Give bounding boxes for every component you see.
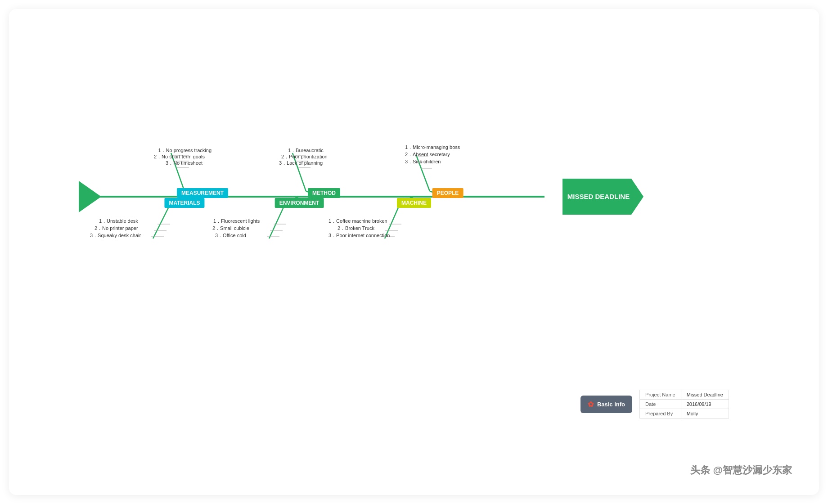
people-item-3: 3．Sick children: [405, 158, 441, 165]
project-name-row: Project Name Missed Deadline: [640, 390, 729, 400]
measurement-label: MEASUREMENT: [177, 188, 228, 198]
measurement-item-2: 2．No short term goals: [154, 153, 205, 160]
prepared-by-value: Molly: [681, 409, 729, 418]
materials-label: MATERIALS: [164, 198, 204, 208]
machine-label: MACHINE: [397, 198, 431, 208]
info-icon: ✿: [588, 400, 594, 409]
fish-head: MISSED DEADLINE: [562, 179, 644, 215]
fishbone-diagram: MISSED DEADLINE MEASUREMENT METHOD PEOPL…: [9, 9, 819, 495]
diagram-lines: [9, 9, 819, 495]
environment-item-3: 3．Office cold: [215, 232, 246, 239]
environment-item-2: 2．Small cubicle: [212, 225, 249, 232]
materials-item-1: 1．Unstable desk: [99, 218, 138, 225]
basic-info-label: Basic Info: [597, 401, 625, 408]
basic-info-box[interactable]: ✿ Basic Info: [580, 396, 632, 413]
project-name-value: Missed Deadline: [681, 390, 729, 400]
diagram-title: MISSED DEADLINE: [567, 192, 639, 201]
machine-item-1: 1．Coffee machine broken: [328, 218, 387, 225]
method-item-2: 2．Poor prioritization: [281, 153, 328, 160]
measurement-item-3: 3．No timesheet: [166, 160, 202, 166]
materials-item-2: 2．No printer paper: [94, 225, 138, 232]
method-item-1: 1．Bureaucratic: [288, 147, 324, 154]
info-table: Project Name Missed Deadline Date 2016/0…: [639, 390, 729, 418]
machine-item-3: 3．Poor internet connection: [328, 232, 390, 239]
prepared-by-label: Prepared By: [640, 409, 681, 418]
svg-line-18: [153, 202, 171, 238]
prepared-by-row: Prepared By Molly: [640, 409, 729, 418]
people-item-2: 2．Absent secretary: [405, 151, 450, 158]
svg-marker-1: [79, 181, 101, 212]
people-item-1: 1．Micro-managing boss: [405, 144, 460, 151]
watermark: 头条 @智慧沙漏少东家: [690, 464, 792, 477]
project-name-label: Project Name: [640, 390, 681, 400]
info-panel: ✿ Basic Info Project Name Missed Deadlin…: [580, 390, 729, 418]
method-item-3: 3．Lack of planning: [279, 160, 323, 166]
people-label: PEOPLE: [432, 188, 464, 198]
materials-item-3: 3．Squeaky desk chair: [90, 232, 141, 239]
measurement-item-1: 1．No progress tracking: [158, 147, 212, 154]
date-value: 2016/09/19: [681, 400, 729, 409]
date-row: Date 2016/09/19: [640, 400, 729, 409]
svg-line-23: [269, 202, 286, 238]
date-label: Date: [640, 400, 681, 409]
environment-item-1: 1．Fluorescent lights: [213, 218, 260, 225]
method-label: METHOD: [308, 188, 340, 198]
environment-label: ENVIRONMENT: [275, 198, 324, 208]
machine-item-2: 2．Broken Truck: [338, 225, 374, 232]
